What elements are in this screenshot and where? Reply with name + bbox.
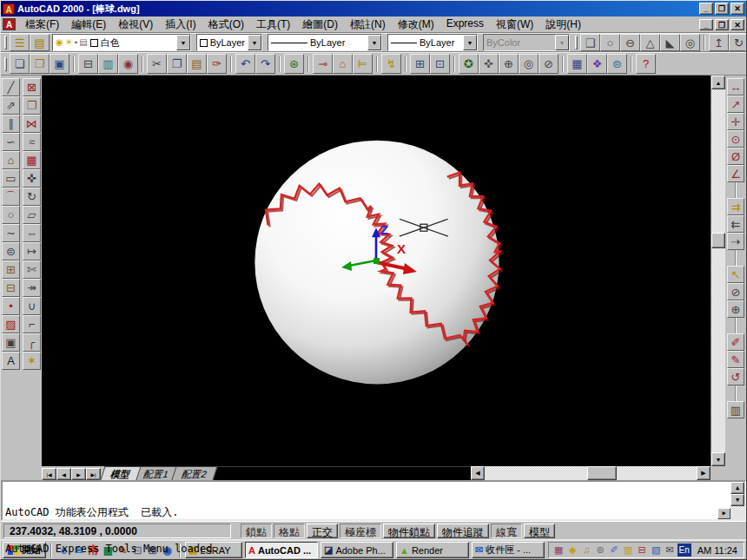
copy-button[interactable]: ❐ [167,54,187,74]
ellipse-button[interactable]: ⊜ [2,242,20,260]
menu-item-10[interactable]: 視窗(W) [490,16,539,34]
mirror-button[interactable]: ⋈ [23,115,41,133]
zoom-previous-button[interactable]: ⊘ [539,54,559,74]
lineweight-combo[interactable]: ByLayer ▼ [387,34,478,51]
construction-line-button[interactable]: ⇗ [2,96,20,115]
properties-button[interactable]: ❖ [587,54,607,74]
layers-button[interactable]: ▤ [30,34,50,51]
toolbar-grip[interactable] [4,57,7,71]
print-button[interactable]: ⊟ [78,54,98,74]
dimension-text-edit-button[interactable]: ✎ [727,351,744,368]
scale-button[interactable]: ▱ [23,206,41,224]
continue-dimension-button[interactable]: ⇢ [727,233,744,250]
dimension-update-button[interactable]: ↺ [727,368,744,385]
drawing-canvas[interactable]: Z X [42,76,711,466]
copy-object-button[interactable]: ❐ [23,96,41,115]
sphere-button[interactable]: ○ [600,34,620,51]
scroll-left-button[interactable]: ◀ [471,466,485,480]
open-button[interactable]: ❒ [30,54,50,74]
point-button[interactable]: • [2,297,20,315]
restore-button[interactable]: ❐ [715,3,729,15]
menu-item-9[interactable]: Express [440,16,490,34]
toolbar-grip[interactable] [4,36,7,49]
vertical-scroll-thumb[interactable] [711,233,725,248]
command-scrollbar[interactable]: ▲ ▼ [730,482,744,519]
redo-button[interactable]: ↷ [255,54,275,74]
distance-button[interactable]: ⊨ [353,54,373,74]
line-button[interactable]: ╱ [2,78,20,96]
color-combo-arrow[interactable]: ▼ [248,35,261,50]
horizontal-scroll-thumb[interactable] [587,466,617,480]
3d-orbit-button[interactable]: ✪ [459,54,479,74]
make-object-layer-current-button[interactable]: ☰ [10,34,30,51]
tolerance-button[interactable]: ⊘ [727,283,744,300]
hatch-button[interactable]: ▨ [2,315,20,333]
explode-button[interactable]: ✶ [23,352,41,370]
array-button[interactable]: ▦ [23,151,41,169]
stretch-button[interactable]: ⇔ [23,224,41,242]
print-preview-button[interactable]: ▥ [98,54,118,74]
aligned-dimension-button[interactable]: ↗ [727,96,744,113]
linetype-combo[interactable]: ByLayer ▼ [268,34,382,51]
lengthen-button[interactable]: ↦ [23,242,41,260]
polyline-button[interactable]: ∽ [2,133,20,151]
insert-block-button[interactable]: ⊞ [2,260,20,279]
single-line-text-button[interactable]: A [2,352,20,370]
quick-select-button[interactable]: ↯ [381,54,401,74]
extend-button[interactable]: ↠ [23,279,41,297]
vertical-scroll-track[interactable] [711,89,725,452]
scroll-right-button[interactable]: ▶ [697,466,711,480]
tab-nav-button-2[interactable]: ▶ [71,468,86,480]
pan-realtime-button[interactable]: ✜ [479,54,499,74]
quick-leader-button[interactable]: ↖ [727,266,744,283]
chamfer-button[interactable]: ⌐ [23,315,41,333]
linear-dimension-button[interactable]: ↔ [727,78,744,96]
zoom-realtime-button[interactable]: ⊕ [499,54,519,74]
close-button[interactable]: ✕ [730,19,744,30]
minimize-button[interactable]: _ [699,3,713,15]
cone-button[interactable]: △ [640,34,660,51]
circle-button[interactable]: ○ [2,206,20,224]
menu-item-0[interactable]: 檔案(F) [19,16,65,34]
polygon-button[interactable]: ⌂ [2,151,20,169]
cut-button[interactable]: ✂ [147,54,167,74]
region-button[interactable]: ▣ [2,333,20,352]
torus-button[interactable]: ◎ [680,34,700,51]
menu-item-7[interactable]: 標註(N) [344,16,392,34]
menu-item-1[interactable]: 編輯(E) [65,16,112,34]
baseline-dimension-button[interactable]: ⇇ [727,215,744,233]
close-button[interactable]: ✕ [730,3,744,15]
ordinate-dimension-button[interactable]: ✛ [727,113,744,130]
layer-combo[interactable]: ◉☀▪▤ 白色 ▼ [52,34,191,51]
fillet-button[interactable]: ╭ [23,333,41,352]
menu-item-2[interactable]: 檢視(V) [112,16,159,34]
vertical-scrollbar[interactable]: ▲ ▼ [711,76,725,466]
horizontal-scrollbar[interactable]: ◀ ▶ [471,466,711,480]
spline-button[interactable]: ∼ [2,224,20,242]
break-button[interactable]: ∪ [23,297,41,315]
revolve-button[interactable]: ↻ [729,34,745,51]
help-button[interactable]: ? [636,54,656,74]
menu-item-11[interactable]: 說明(H) [539,16,587,34]
offset-button[interactable]: ≈ [23,133,41,151]
wedge-button[interactable]: ◣ [660,34,680,51]
multiline-button[interactable]: ∥ [2,115,20,133]
designcenter-button[interactable]: ▦ [567,54,587,74]
angular-dimension-button[interactable]: ∠ [727,165,744,182]
menu-item-6[interactable]: 繪圖(D) [296,16,344,34]
temporary-track-point-button[interactable]: ⊸ [313,54,333,74]
tab-nav-button-0[interactable]: |◀ [42,468,56,480]
document-icon[interactable]: A [3,18,16,30]
scroll-down-button[interactable]: ▼ [711,452,725,466]
new-button[interactable]: ❏ [10,54,30,74]
command-scroll-right-button[interactable]: ▶ [717,508,730,519]
zoom-window-button[interactable]: ◎ [519,54,539,74]
radius-dimension-button[interactable]: ⊙ [727,130,744,148]
layout-tab-2[interactable]: 配置2 [172,466,218,480]
trim-button[interactable]: ✄ [23,260,41,279]
tab-nav-button-1[interactable]: ◀ [56,468,71,480]
make-block-button[interactable]: ⊟ [2,279,20,297]
insert-hyperlink-button[interactable]: ⊛ [284,54,304,74]
paste-button[interactable]: ▤ [187,54,207,74]
command-scroll-down-button[interactable]: ▼ [730,494,744,506]
